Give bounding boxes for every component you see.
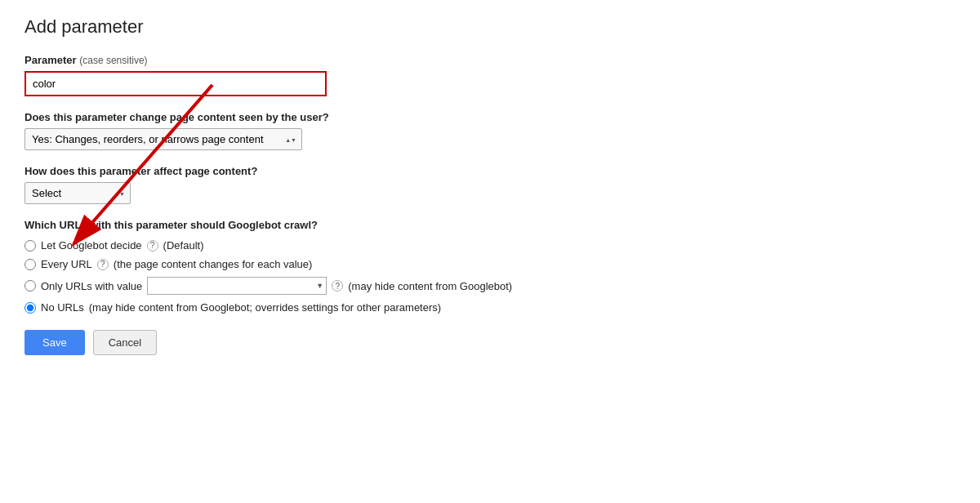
radio-googlebot-note: (Default) [163, 239, 204, 252]
content-change-section: Does this parameter change page content … [24, 111, 956, 150]
help-icon-every-url[interactable]: ? [97, 259, 109, 270]
content-change-label: Does this parameter change page content … [24, 111, 956, 123]
radio-no-urls-note: (may hide content from Googlebot; overri… [89, 301, 441, 314]
affect-label: How does this parameter affect page cont… [24, 165, 956, 177]
affect-section: How does this parameter affect page cont… [24, 165, 956, 204]
page-title: Add parameter [24, 16, 956, 38]
help-icon-only-urls[interactable]: ? [332, 280, 343, 292]
radio-only-urls-note: (may hide content from Googlebot) [348, 280, 512, 292]
radio-googlebot-label[interactable]: Let Googlebot decide [41, 239, 142, 252]
radio-no-urls[interactable] [24, 302, 36, 314]
parameter-note: (case sensitive) [79, 55, 147, 66]
crawl-radio-group: Let Googlebot decide ? (Default) Every U… [24, 239, 956, 314]
radio-every-url-label[interactable]: Every URL [41, 258, 92, 270]
parameter-label: Parameter (case sensitive) [24, 54, 956, 66]
crawl-label: Which URLs with this parameter should Go… [24, 219, 956, 231]
content-change-select-wrapper: Yes: Changes, reorders, or narrows page … [24, 128, 302, 150]
radio-row-no-urls: No URLs (may hide content from Googlebot… [24, 301, 956, 314]
url-value-select-wrapper [147, 277, 327, 295]
radio-row-every-url: Every URL ? (the page content changes fo… [24, 258, 956, 270]
content-change-select[interactable]: Yes: Changes, reorders, or narrows page … [24, 128, 302, 150]
radio-only-urls-label[interactable]: Only URLs with value [41, 280, 142, 292]
url-value-dropdown[interactable] [147, 277, 327, 295]
crawl-section: Which URLs with this parameter should Go… [24, 219, 956, 314]
parameter-input[interactable] [24, 71, 327, 96]
radio-every-url[interactable] [24, 259, 36, 270]
affect-select[interactable]: Select Sorts (changes order of content o… [24, 182, 131, 204]
help-icon-googlebot[interactable]: ? [147, 240, 158, 252]
button-row: Save Cancel [24, 330, 956, 355]
radio-every-url-note: (the page content changes for each value… [114, 258, 313, 270]
radio-only-urls[interactable] [24, 280, 36, 292]
affect-select-wrapper: Select Sorts (changes order of content o… [24, 182, 131, 204]
parameter-section: Parameter (case sensitive) [24, 54, 956, 96]
radio-googlebot[interactable] [24, 240, 36, 252]
cancel-button[interactable]: Cancel [93, 330, 157, 355]
radio-row-only-urls: Only URLs with value ? (may hide content… [24, 277, 956, 295]
radio-row-googlebot: Let Googlebot decide ? (Default) [24, 239, 956, 252]
radio-no-urls-label[interactable]: No URLs [41, 301, 84, 314]
save-button[interactable]: Save [24, 330, 85, 355]
